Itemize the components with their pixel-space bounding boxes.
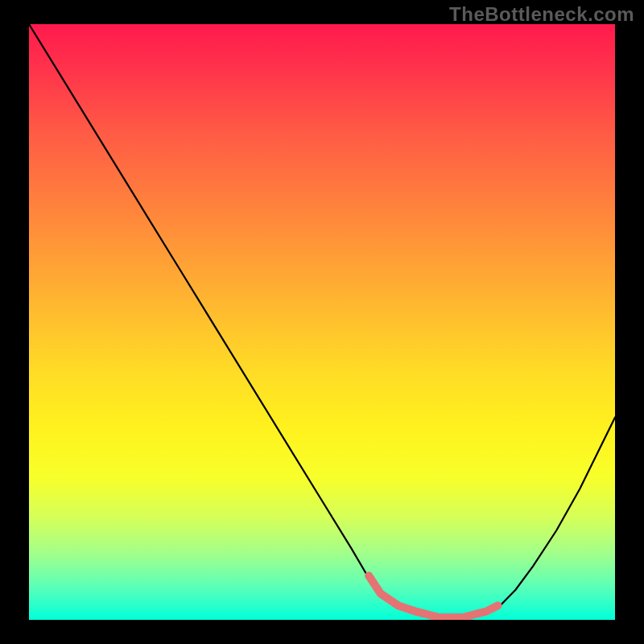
watermark-text: TheBottleneck.com — [449, 3, 634, 26]
optimal-range-highlight — [369, 576, 497, 617]
chart-frame: TheBottleneck.com — [0, 0, 644, 644]
bottleneck-curve-svg — [29, 24, 615, 620]
bottleneck-curve-path — [29, 24, 615, 620]
plot-area — [29, 24, 615, 620]
